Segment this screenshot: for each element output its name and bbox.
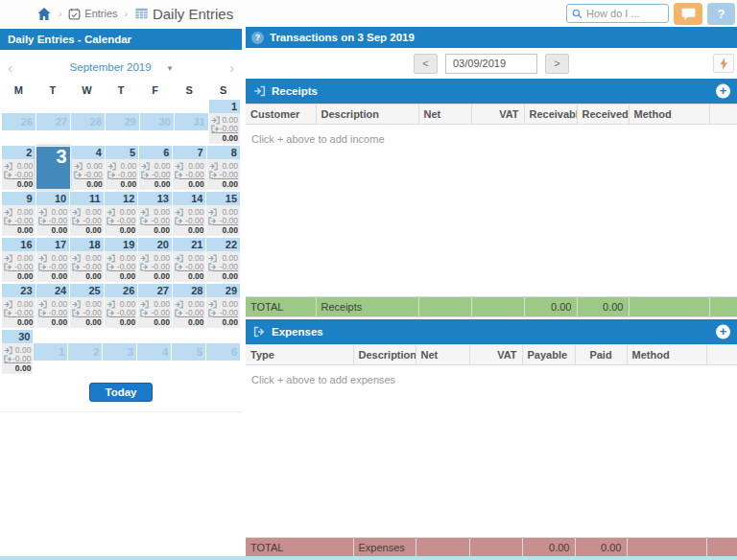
day-values: 0.00-0.000.00	[173, 251, 206, 282]
calendar-day-14[interactable]: 140.00-0.000.00	[173, 192, 206, 236]
calendar-month-selector[interactable]: September 2019 ▾	[19, 61, 223, 73]
receipts-section: Receipts + CustomerDescriptionNetVATRece…	[246, 79, 737, 317]
calendar-day-15[interactable]: 150.00-0.000.00	[206, 192, 240, 236]
help-button[interactable]: ?	[707, 3, 735, 25]
calendar-day-7[interactable]: 70.00-0.000.00	[173, 146, 205, 190]
calendar-day-30[interactable]: 300.00-0.000.00	[2, 330, 33, 374]
topbar-actions: ?	[566, 3, 737, 25]
calendar-day-27[interactable]: 270.00-0.000.00	[138, 284, 172, 328]
income-icon	[175, 254, 183, 263]
expenses-col-5: Paid	[575, 345, 627, 365]
calendar-day-29[interactable]: 29	[106, 113, 139, 130]
day-total-value: 0.00	[76, 224, 102, 235]
calendar-day-26[interactable]: 260.00-0.000.00	[105, 284, 138, 328]
calendar-day-2[interactable]: 20.00-0.000.00	[2, 146, 35, 190]
calendar-day-6[interactable]: 60.00-0.000.00	[139, 146, 172, 190]
income-icon	[4, 300, 12, 309]
calendar-day-8[interactable]: 80.00-0.000.00	[207, 146, 240, 190]
calendar-day-30[interactable]: 30	[140, 113, 174, 130]
calendar-day-20[interactable]: 200.00-0.000.00	[138, 238, 172, 282]
calendar-day-18[interactable]: 180.00-0.000.00	[70, 238, 104, 282]
day-number: 5	[106, 146, 138, 159]
income-icon	[107, 162, 116, 171]
calendar-next-month-button[interactable]: ›	[223, 59, 234, 76]
income-icon	[107, 254, 115, 263]
day-total-value: 0.00	[41, 316, 67, 327]
calendar-day-6[interactable]: 6	[206, 343, 240, 361]
calendar-day-28[interactable]: 28	[71, 113, 105, 130]
calendar-day-28[interactable]: 280.00-0.000.00	[173, 284, 206, 328]
calendar-day-29[interactable]: 290.00-0.000.00	[206, 284, 240, 328]
day-total-value: 0.00	[144, 270, 170, 281]
income-icon	[209, 162, 218, 171]
help-circle-icon[interactable]: ?	[251, 32, 264, 44]
calendar-day-9[interactable]: 90.00-0.000.00	[2, 192, 36, 236]
expenses-section: Expenses + TypeDescriptionNetVATPayableP…	[246, 319, 737, 558]
day-total-value: 0.00	[41, 224, 67, 235]
day-values: 0.00-0.000.00	[138, 205, 172, 236]
day-total-value: 0.00	[144, 178, 170, 189]
calendar-day-13[interactable]: 130.00-0.000.00	[138, 192, 172, 236]
day-total-line: 0.00	[175, 225, 204, 234]
day-values: 0.00-0.000.00	[139, 159, 172, 190]
calendar-day-4[interactable]: 40.00-0.000.00	[72, 146, 105, 190]
calendar-day-27[interactable]: 27	[36, 113, 70, 130]
day-number: 15	[206, 192, 240, 205]
calendar-day-23[interactable]: 230.00-0.000.00	[2, 284, 36, 328]
calendar-day-3[interactable]: 3	[103, 343, 136, 361]
receipts-col-3: VAT	[471, 105, 524, 125]
calendar-day-16[interactable]: 160.00-0.000.00	[2, 238, 36, 282]
calendar-day-24[interactable]: 240.00-0.000.00	[36, 284, 70, 328]
prev-day-button[interactable]: <	[414, 54, 438, 74]
next-day-button[interactable]: >	[545, 54, 569, 74]
calendar-day-4[interactable]: 4	[137, 343, 171, 361]
income-icon	[38, 300, 47, 309]
day-values: 0.00-0.000.00	[70, 251, 104, 282]
expenses-total-cell-6	[627, 538, 706, 558]
calendar-day-5[interactable]: 5	[172, 343, 205, 361]
day-number: 25	[70, 284, 104, 297]
day-values: 0.00-0.000.00	[105, 251, 138, 282]
calendar-day-1[interactable]: 10.00-0.000.00	[209, 100, 240, 144]
calendar-day-22[interactable]: 220.00-0.000.00	[206, 238, 240, 282]
receipts-total-table: TOTALReceipts0.000.00	[246, 296, 737, 317]
calendar-prev-month-button[interactable]: ‹	[8, 59, 19, 76]
calendar-day-25[interactable]: 250.00-0.000.00	[70, 284, 104, 328]
expenses-col-7	[706, 345, 737, 365]
day-values: 0.00-0.000.00	[138, 251, 172, 282]
calendar-day-2[interactable]: 2	[68, 343, 102, 361]
receipts-header: Receipts +	[246, 79, 737, 104]
add-expense-button[interactable]: +	[716, 325, 730, 339]
calendar-day-21[interactable]: 210.00-0.000.00	[173, 238, 206, 282]
income-icon	[74, 162, 83, 171]
quick-entry-button[interactable]	[713, 54, 734, 73]
day-total-value: 0.00	[76, 316, 102, 327]
income-icon	[4, 208, 12, 217]
calendar-day-19[interactable]: 190.00-0.000.00	[105, 238, 138, 282]
date-input[interactable]	[445, 54, 537, 74]
home-icon[interactable]	[36, 7, 52, 21]
calendar-day-31[interactable]: 31	[175, 113, 208, 130]
day-values: 0.00-0.000.00	[105, 205, 138, 236]
receipts-table-header-row: CustomerDescriptionNetVATReceivableRecei…	[246, 105, 737, 125]
breadcrumb-separator-icon: ›	[125, 9, 128, 19]
calendar-day-11[interactable]: 110.00-0.000.00	[70, 192, 104, 236]
calendar-day-26[interactable]: 26	[2, 113, 36, 130]
calendar-day-3[interactable]: 3	[36, 146, 70, 190]
day-total-value: 0.00	[76, 270, 102, 281]
income-icon	[141, 162, 150, 171]
calendar-day-17[interactable]: 170.00-0.000.00	[36, 238, 70, 282]
breadcrumb-entries[interactable]: Entries	[68, 8, 117, 20]
day-number: 18	[70, 238, 104, 251]
calendar-day-10[interactable]: 100.00-0.000.00	[36, 192, 70, 236]
chat-button[interactable]	[674, 3, 702, 25]
calendar-day-1[interactable]: 1	[34, 343, 67, 361]
add-receipt-button[interactable]: +	[716, 84, 730, 99]
calendar-day-12[interactable]: 120.00-0.000.00	[105, 192, 138, 236]
today-button[interactable]: Today	[89, 383, 152, 402]
day-number: 26	[105, 284, 138, 297]
day-total-line: 0.00	[4, 363, 31, 372]
receipts-col-6: Method	[629, 105, 709, 125]
search-input[interactable]	[586, 8, 663, 19]
calendar-day-5[interactable]: 50.00-0.000.00	[106, 146, 138, 190]
